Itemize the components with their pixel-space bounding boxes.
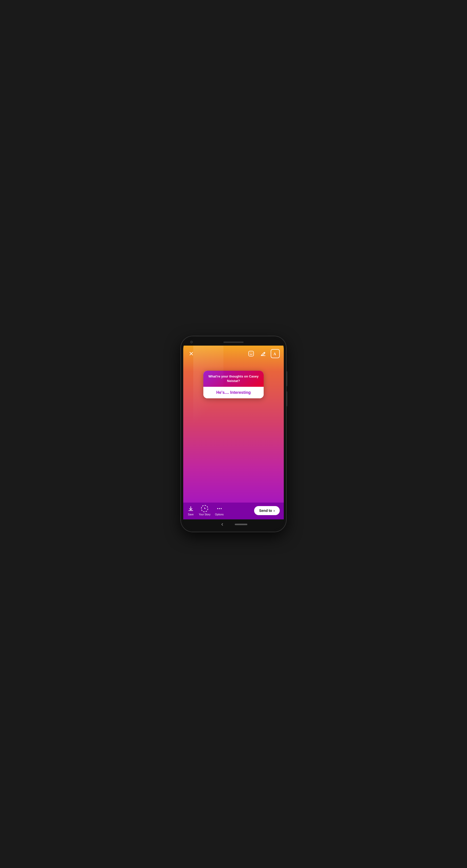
- send-to-arrow-icon: ›: [273, 508, 275, 513]
- bottom-bar: Save Your Story: [183, 502, 284, 519]
- save-label: Save: [188, 513, 194, 516]
- your-story-button[interactable]: Your Story: [199, 505, 210, 516]
- draw-button[interactable]: [259, 349, 268, 358]
- back-icon: [220, 522, 224, 526]
- send-to-label: Send to: [259, 508, 272, 513]
- top-controls: A: [183, 346, 284, 361]
- options-label: Options: [215, 513, 224, 516]
- phone-camera: [190, 341, 193, 343]
- question-answer: He's.... Interesting: [203, 387, 264, 398]
- svg-point-6: [219, 508, 220, 509]
- svg-rect-0: [249, 351, 254, 356]
- top-right-controls: A: [246, 349, 280, 358]
- save-icon: [187, 505, 194, 512]
- save-button[interactable]: Save: [187, 505, 194, 516]
- phone-top-bar: [183, 339, 284, 346]
- phone-screen: A What're your thoughts on Casey Neistat…: [183, 339, 284, 529]
- phone-bottom-nav: [183, 519, 284, 529]
- text-button[interactable]: A: [271, 349, 280, 358]
- options-icon: [216, 505, 223, 512]
- your-story-icon: [201, 505, 208, 512]
- home-pill[interactable]: [235, 524, 247, 525]
- back-button[interactable]: [220, 522, 225, 527]
- text-icon: A: [273, 351, 278, 356]
- phone-speaker: [224, 342, 243, 343]
- sticker-icon: [248, 350, 254, 357]
- svg-point-1: [250, 352, 251, 353]
- phone-device: A What're your thoughts on Casey Neistat…: [181, 336, 286, 532]
- svg-point-2: [252, 352, 252, 353]
- question-sticker: What're your thoughts on Casey Neistat? …: [203, 371, 264, 398]
- svg-point-5: [217, 508, 218, 509]
- story-screen: A What're your thoughts on Casey Neistat…: [183, 346, 284, 519]
- svg-point-7: [221, 508, 222, 509]
- options-button[interactable]: Options: [215, 505, 224, 516]
- bottom-actions: Save Your Story: [187, 505, 224, 516]
- draw-icon: [260, 350, 266, 357]
- answer-text: He's.... Interesting: [207, 390, 260, 395]
- your-story-label: Your Story: [199, 513, 210, 516]
- story-content: What're your thoughts on Casey Neistat? …: [183, 361, 284, 502]
- close-icon: [188, 351, 194, 356]
- svg-text:A: A: [273, 352, 276, 356]
- sticker-button[interactable]: [246, 349, 256, 358]
- question-header: What're your thoughts on Casey Neistat?: [203, 371, 264, 387]
- send-to-button[interactable]: Send to ›: [254, 506, 280, 515]
- close-button[interactable]: [187, 350, 195, 358]
- question-text: What're your thoughts on Casey Neistat?: [207, 374, 260, 383]
